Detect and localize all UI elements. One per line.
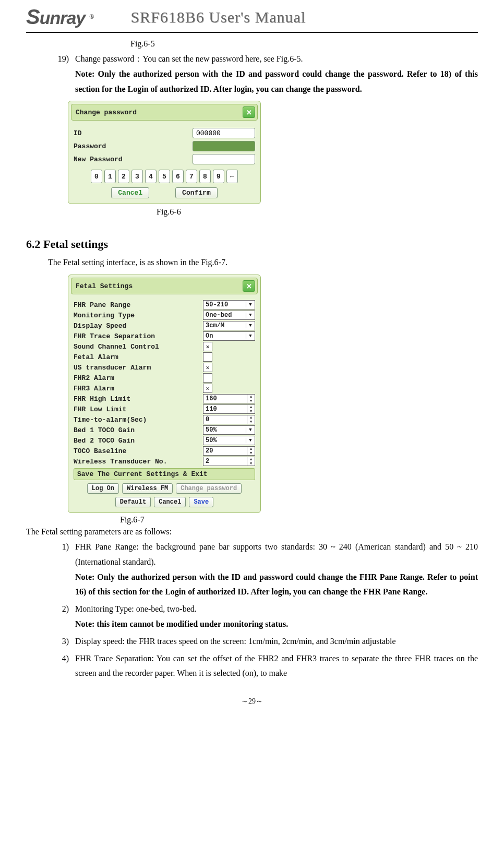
param-2-num: 2) <box>48 602 75 632</box>
fetal-row-13: Bed 2 TOCO Gain50%▼ <box>74 436 255 445</box>
param-4-text: FHR Trace Separation: You can set the of… <box>75 654 478 678</box>
param-1-note: Note: Only the authorized person with th… <box>75 570 478 600</box>
fetal-row-8: FHR3 Alarm✕ <box>74 384 255 393</box>
item-19-note: Note: Only the authorized person with th… <box>75 67 478 97</box>
param-1: 1) FHR Pane Range: the background pane b… <box>48 540 478 600</box>
fetal-settings-titlebar: Fetal Settings ✕ <box>71 278 258 294</box>
keypad: 0 1 2 3 4 5 6 7 8 9 ← <box>74 170 255 183</box>
fetal-label: Fetal Alarm <box>74 353 203 361</box>
figure-6-6-caption: Fig.6-6 <box>157 207 478 217</box>
spinner-arrows-icon[interactable]: ▲▼ <box>247 457 255 466</box>
key-8[interactable]: 8 <box>199 170 211 183</box>
fetal-checkbox[interactable]: ✕ <box>203 363 212 372</box>
fetal-row-6: US transducer Alarm✕ <box>74 363 255 372</box>
param-4-num: 4) <box>48 651 75 682</box>
close-icon[interactable]: ✕ <box>243 280 255 292</box>
save-button[interactable]: Save <box>189 497 213 507</box>
key-2[interactable]: 2 <box>118 170 129 183</box>
new-password-input[interactable] <box>193 154 255 164</box>
fetal-select[interactable]: 50-210▼ <box>203 300 255 309</box>
param-3-text: Display speed: the FHR traces speed on t… <box>75 637 396 646</box>
fetal-label: Sound Channel Control <box>74 343 203 351</box>
param-1-text: FHR Pane Range: the background pane bar … <box>75 542 478 566</box>
chevron-down-icon[interactable]: ▼ <box>246 302 255 307</box>
key-6[interactable]: 6 <box>172 170 184 183</box>
cancel-button[interactable]: Cancel <box>111 187 149 198</box>
key-3[interactable]: 3 <box>131 170 143 183</box>
fetal-select[interactable]: One-bed▼ <box>203 311 255 320</box>
chevron-down-icon[interactable]: ▼ <box>246 323 255 328</box>
fetal-spinner[interactable]: 20▲▼ <box>203 446 255 456</box>
key-9[interactable]: 9 <box>213 170 224 183</box>
fetal-select[interactable]: 50%▼ <box>203 436 255 445</box>
fetal-select[interactable]: On▼ <box>203 331 255 341</box>
password-input[interactable] <box>193 141 255 151</box>
key-backspace[interactable]: ← <box>226 170 238 183</box>
close-icon[interactable]: ✕ <box>243 106 255 118</box>
spinner-arrows-icon[interactable]: ▲▼ <box>247 395 255 403</box>
fetal-row-7: FHR2 Alarm <box>74 373 255 383</box>
fetal-checkbox[interactable] <box>203 373 212 383</box>
wireless-fm-button[interactable]: Wireless FM <box>122 483 173 494</box>
chevron-down-icon[interactable]: ▼ <box>246 427 255 433</box>
fetal-settings-window: Fetal Settings ✕ FHR Pane Range50-210▼Mo… <box>68 275 261 513</box>
cancel-button[interactable]: Cancel <box>154 497 186 507</box>
fetal-label: FHR Pane Range <box>74 301 203 309</box>
chevron-down-icon[interactable]: ▼ <box>246 313 255 318</box>
spinner-arrows-icon[interactable]: ▲▼ <box>247 415 255 424</box>
confirm-button[interactable]: Confirm <box>175 187 218 198</box>
new-password-label: New Password <box>74 156 193 163</box>
change-password-button: Change password <box>176 483 242 494</box>
fetal-row-5: Fetal Alarm <box>74 352 255 362</box>
fetal-select[interactable]: 3cm/M▼ <box>203 321 255 330</box>
id-input[interactable] <box>193 128 255 138</box>
fetal-spinner[interactable]: 110▲▼ <box>203 404 255 414</box>
key-0[interactable]: 0 <box>91 170 102 183</box>
spinner-arrows-icon[interactable]: ▲▼ <box>247 405 255 413</box>
fetal-label: Bed 2 TOCO Gain <box>74 437 203 445</box>
log-on-button[interactable]: Log On <box>87 483 119 494</box>
fetal-select[interactable]: 50%▼ <box>203 425 255 435</box>
chevron-down-icon[interactable]: ▼ <box>246 438 255 443</box>
page-footer: ～29～ <box>26 697 478 706</box>
fetal-label: Time-to-alarm(Sec) <box>74 416 203 424</box>
fetal-row-14: TOCO Baseline20▲▼ <box>74 446 255 456</box>
fetal-checkbox[interactable]: ✕ <box>203 384 212 393</box>
fetal-checkbox[interactable] <box>203 352 212 362</box>
fetal-row-3: FHR Trace SeparationOn▼ <box>74 331 255 341</box>
logo: Sunray <box>26 5 85 29</box>
section-6-2-intro: The Fetal setting interface, is as shown… <box>48 255 478 270</box>
figure-6-5-caption: Fig.6-5 <box>130 39 478 49</box>
fetal-label: Bed 1 TOCO Gain <box>74 426 203 434</box>
section-6-2-heading: 6.2 Fetal settings <box>26 237 478 251</box>
params-intro: The Fetal setting parameters are as foll… <box>26 525 478 540</box>
fetal-row-4: Sound Channel Control✕ <box>74 342 255 351</box>
fetal-spinner[interactable]: 2▲▼ <box>203 457 255 466</box>
key-1[interactable]: 1 <box>104 170 116 183</box>
fetal-label: Monitoring Type <box>74 312 203 319</box>
param-1-num: 1) <box>48 540 75 600</box>
key-5[interactable]: 5 <box>159 170 170 183</box>
fetal-row-15: Wireless Transducer No.2▲▼ <box>74 457 255 466</box>
key-4[interactable]: 4 <box>145 170 157 183</box>
chevron-down-icon[interactable]: ▼ <box>246 333 255 339</box>
param-2-text: Monitoring Type: one-bed, two-bed. <box>75 604 197 613</box>
fetal-spinner[interactable]: 160▲▼ <box>203 394 255 403</box>
fetal-label: FHR High Limit <box>74 395 203 403</box>
save-exit-bar[interactable]: Save The Current Settings & Exit <box>74 468 255 480</box>
logo-s: S <box>26 5 40 28</box>
item-19-number: 19) <box>48 52 75 97</box>
fetal-label: FHR Low Limit <box>74 406 203 413</box>
param-3-num: 3) <box>48 634 75 649</box>
password-label: Password <box>74 142 193 150</box>
fetal-row-9: FHR High Limit160▲▼ <box>74 394 255 403</box>
fetal-spinner[interactable]: 0▲▼ <box>203 415 255 424</box>
fetal-checkbox[interactable]: ✕ <box>203 342 212 351</box>
default-button[interactable]: Default <box>115 497 151 507</box>
key-7[interactable]: 7 <box>186 170 197 183</box>
spinner-arrows-icon[interactable]: ▲▼ <box>247 447 255 455</box>
fetal-row-10: FHR Low Limit110▲▼ <box>74 404 255 414</box>
registered-mark: ® <box>89 13 94 21</box>
fetal-label: TOCO Baseline <box>74 447 203 455</box>
manual-title: SRF618B6 User's Manual <box>130 8 306 26</box>
